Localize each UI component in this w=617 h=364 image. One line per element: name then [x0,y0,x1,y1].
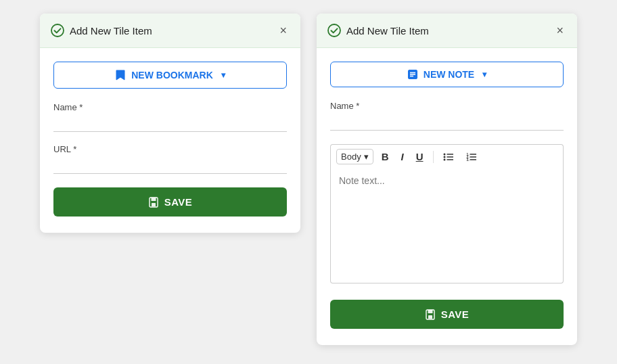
svg-point-0 [51,24,64,37]
right-dialog: Add New Tile Item × NEW NOTE ▾ Name * [317,14,577,345]
chevron-down-icon-left: ▾ [221,70,225,80]
svg-point-11 [443,156,445,158]
numbered-list-button[interactable]: 1. 2. 3. [462,150,481,164]
name-input-left[interactable] [53,115,287,132]
type-select-label-right: NEW NOTE [424,69,474,80]
style-chevron: ▾ [364,152,369,162]
check-icon [51,24,64,37]
type-select-button-left[interactable]: NEW BOOKMARK ▾ [53,62,287,89]
editor-toolbar: Body ▾ B I U [330,144,564,168]
note-textarea[interactable] [330,168,564,283]
right-dialog-title: Add New Tile Item [346,25,429,37]
url-label: URL * [53,144,287,154]
left-dialog-title: Add New Tile Item [70,25,152,37]
chevron-down-icon-right: ▾ [482,70,486,79]
svg-rect-3 [152,203,156,206]
bold-button[interactable]: B [378,149,393,164]
bookmark-icon [115,69,126,81]
name-field-wrapper-left: Name * [53,102,287,132]
save-label-left: SAVE [164,196,193,208]
bullet-list-button[interactable] [439,150,458,164]
svg-rect-2 [151,198,156,201]
right-close-button[interactable]: × [553,23,566,38]
svg-text:3.: 3. [466,158,470,162]
svg-rect-23 [428,315,432,319]
left-dialog-header: Add New Tile Item × [40,14,300,48]
type-select-button-right[interactable]: NEW NOTE ▾ [330,62,564,87]
right-dialog-body: NEW NOTE ▾ Name * Body ▾ B I U [317,48,577,345]
name-label-left: Name * [53,102,287,112]
save-button-right[interactable]: SAVE [330,300,564,329]
right-header-left: Add New Tile Item [327,24,429,37]
rich-text-editor: Body ▾ B I U [330,144,564,286]
toolbar-divider [433,151,434,163]
save-label-right: SAVE [441,309,470,320]
right-dialog-header: Add New Tile Item × [317,14,577,48]
url-input[interactable] [53,157,287,174]
svg-rect-22 [428,310,432,313]
style-select[interactable]: Body ▾ [336,149,373,164]
svg-point-9 [443,153,445,155]
url-field-wrapper: URL * [53,144,287,174]
left-fields: Name * URL * [53,102,287,174]
left-dialog-body: NEW BOOKMARK ▾ Name * URL * SAVE [40,48,300,233]
name-input-right[interactable] [330,114,564,131]
note-icon [407,69,418,80]
style-select-label: Body [341,152,361,162]
svg-point-4 [328,24,340,37]
check-icon-right [327,24,341,37]
svg-point-13 [443,158,445,160]
left-dialog: Add New Tile Item × NEW BOOKMARK ▾ Name … [40,14,300,233]
name-field-wrapper-right: Name * [330,101,564,131]
left-close-button[interactable]: × [277,23,290,38]
left-header-left: Add New Tile Item [51,24,152,37]
save-button-left[interactable]: SAVE [53,187,287,217]
save-icon-left [148,197,159,208]
underline-button[interactable]: U [412,149,428,164]
save-icon-right [425,309,436,320]
type-select-label-left: NEW BOOKMARK [131,70,213,81]
name-label-right: Name * [330,101,564,111]
italic-button[interactable]: I [396,149,407,164]
